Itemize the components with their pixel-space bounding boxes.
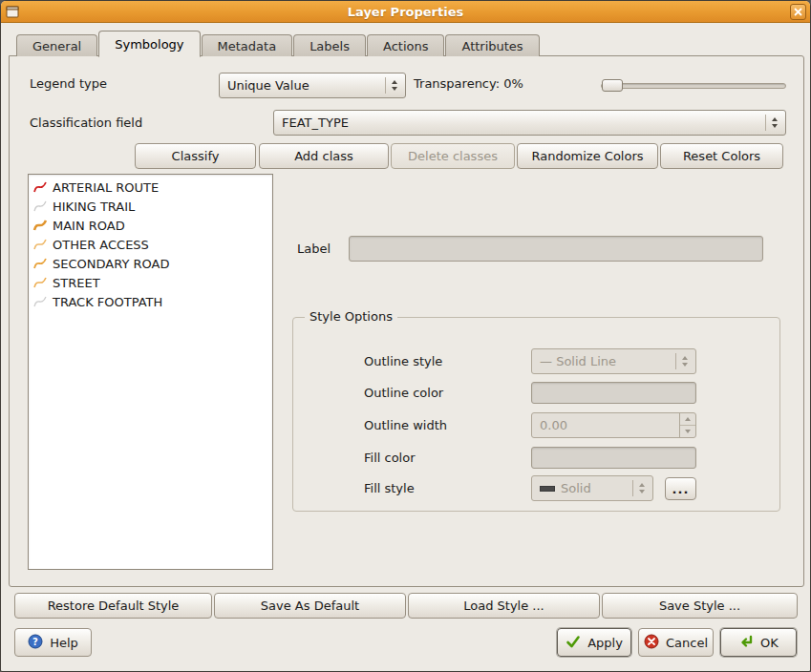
apply-label: Apply: [587, 636, 623, 650]
window-title: Layer Properties: [1, 5, 810, 19]
list-item[interactable]: ARTERIAL ROUTE: [29, 178, 272, 197]
legend-type-label: Legend type: [30, 76, 107, 91]
classification-field-combo[interactable]: FEAT_TYPE: [273, 110, 786, 136]
class-label: STREET: [53, 276, 100, 290]
svg-text:?: ?: [32, 637, 38, 647]
tab-bar: General Symbology Metadata Labels Action…: [16, 31, 541, 56]
load-style-button[interactable]: Load Style ...: [408, 593, 600, 619]
add-class-button[interactable]: Add class: [259, 143, 389, 169]
class-label: OTHER ACCESS: [53, 238, 149, 252]
classification-field-value: FEAT_TYPE: [282, 116, 349, 130]
outline-width-label: Outline width: [364, 418, 447, 432]
class-label: MAIN ROAD: [53, 219, 125, 233]
outline-width-spinner: 0.00: [531, 412, 696, 438]
line-symbol-icon: [32, 256, 49, 271]
class-label: TRACK FOOTPATH: [53, 295, 162, 309]
help-icon: ?: [28, 634, 43, 652]
outline-width-value: 0.00: [540, 418, 567, 432]
randomize-colors-button[interactable]: Randomize Colors: [517, 143, 658, 169]
save-style-button[interactable]: Save Style ...: [602, 593, 798, 619]
ok-label: OK: [760, 636, 779, 650]
ok-button[interactable]: OK: [720, 628, 797, 657]
restore-default-style-button[interactable]: Restore Default Style: [14, 593, 212, 619]
label-field-label: Label: [297, 242, 331, 256]
cancel-button[interactable]: Cancel: [638, 628, 714, 657]
class-label: ARTERIAL ROUTE: [53, 180, 159, 195]
tab-symbology[interactable]: Symbology: [98, 31, 200, 57]
titlebar[interactable]: Layer Properties: [1, 1, 810, 23]
line-symbol-icon: [32, 199, 49, 214]
tab-labels[interactable]: Labels: [293, 34, 366, 56]
reset-colors-button[interactable]: Reset Colors: [660, 143, 783, 169]
list-item[interactable]: HIKING TRAIL: [29, 197, 272, 216]
outline-style-value: — Solid Line: [540, 354, 616, 368]
tab-metadata[interactable]: Metadata: [202, 34, 293, 56]
list-item[interactable]: OTHER ACCESS: [29, 235, 272, 254]
outline-style-label: Outline style: [364, 354, 442, 368]
line-symbol-icon: [32, 294, 49, 309]
class-label: HIKING TRAIL: [53, 200, 135, 214]
class-label: SECONDARY ROAD: [53, 257, 169, 271]
legend-type-value: Unique Value: [227, 78, 309, 93]
class-list[interactable]: ARTERIAL ROUTE HIKING TRAIL MAIN ROAD OT…: [28, 174, 273, 570]
list-item[interactable]: SECONDARY ROAD: [29, 254, 272, 273]
close-button[interactable]: [790, 4, 806, 20]
outline-style-combo: — Solid Line: [531, 348, 696, 374]
tab-general[interactable]: General: [16, 34, 97, 56]
fill-pattern-sample-icon: [540, 486, 555, 492]
ok-enter-arrow-icon: [738, 634, 754, 652]
cancel-icon: [644, 634, 659, 652]
fill-style-value: Solid: [561, 481, 591, 495]
classification-field-label: Classification field: [30, 116, 142, 130]
apply-button[interactable]: Apply: [557, 628, 631, 657]
fill-color-label: Fill color: [364, 451, 416, 465]
spin-arrows-icon: [679, 413, 695, 437]
cancel-label: Cancel: [666, 636, 708, 650]
help-button[interactable]: ? Help: [14, 628, 92, 657]
outline-color-label: Outline color: [364, 386, 443, 400]
list-item[interactable]: TRACK FOOTPATH: [29, 292, 272, 311]
fill-style-combo: Solid: [531, 475, 653, 501]
fill-color-button: [531, 447, 696, 469]
classify-button[interactable]: Classify: [135, 143, 256, 169]
help-label: Help: [50, 636, 78, 650]
tab-attributes[interactable]: Attributes: [445, 34, 539, 56]
label-input: [349, 236, 763, 262]
fill-style-label: Fill style: [364, 481, 415, 495]
delete-classes-button: Delete classes: [391, 143, 515, 169]
combo-arrows-icon: [675, 353, 688, 370]
window-icon: [6, 6, 19, 18]
tab-actions[interactable]: Actions: [367, 34, 445, 56]
close-icon: [794, 5, 802, 19]
line-symbol-icon: [32, 275, 49, 290]
list-item[interactable]: STREET: [29, 273, 272, 292]
style-options-title: Style Options: [305, 309, 397, 324]
transparency-label: Transparency: 0%: [414, 76, 523, 91]
line-symbol-icon: [32, 218, 49, 233]
list-item[interactable]: MAIN ROAD: [29, 216, 272, 235]
line-symbol-icon: [32, 237, 49, 252]
combo-arrows-icon: [765, 115, 778, 132]
save-as-default-button[interactable]: Save As Default: [214, 593, 406, 619]
apply-check-icon: [566, 634, 581, 652]
legend-type-combo[interactable]: Unique Value: [219, 73, 406, 98]
layer-properties-dialog: Layer Properties General Symbology Metad…: [0, 0, 811, 672]
transparency-slider-handle[interactable]: [602, 79, 623, 92]
outline-color-button: [531, 382, 696, 404]
fill-style-browse-button[interactable]: ...: [665, 477, 696, 500]
transparency-slider-groove[interactable]: [601, 83, 786, 89]
combo-arrows-icon: [632, 480, 645, 497]
line-symbol-icon: [32, 179, 49, 195]
combo-arrows-icon: [385, 77, 397, 94]
